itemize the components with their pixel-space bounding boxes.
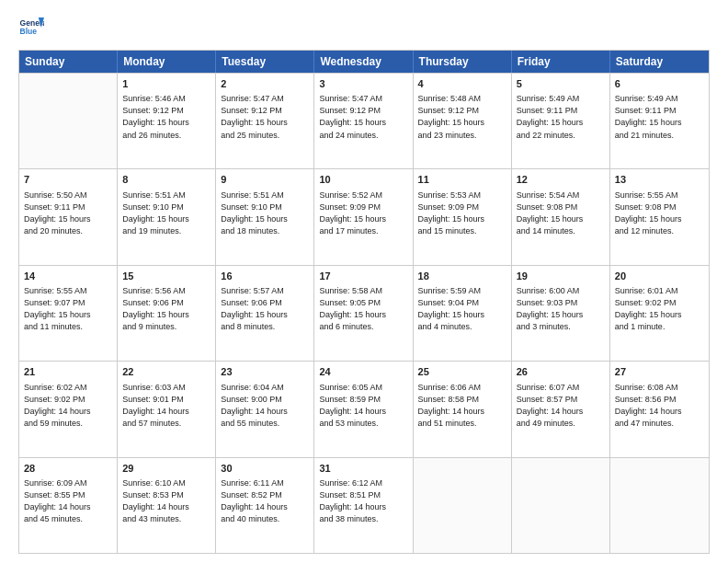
cal-week: 14Sunrise: 5:55 AM Sunset: 9:07 PM Dayli… — [19, 265, 709, 361]
cal-cell: 3Sunrise: 5:47 AM Sunset: 9:12 PM Daylig… — [314, 74, 413, 168]
cal-cell: 12Sunrise: 5:54 AM Sunset: 9:08 PM Dayli… — [512, 169, 610, 264]
cal-cell: 16Sunrise: 5:57 AM Sunset: 9:06 PM Dayli… — [216, 266, 314, 361]
cal-cell: 21Sunrise: 6:02 AM Sunset: 9:02 PM Dayli… — [19, 362, 118, 456]
day-info: Sunrise: 6:02 AM Sunset: 9:02 PM Dayligh… — [24, 382, 112, 430]
cal-week: 21Sunrise: 6:02 AM Sunset: 9:02 PM Dayli… — [19, 361, 709, 456]
cal-cell: 5Sunrise: 5:49 AM Sunset: 9:11 PM Daylig… — [512, 74, 610, 168]
cal-cell: 19Sunrise: 6:00 AM Sunset: 9:03 PM Dayli… — [512, 266, 610, 361]
day-number: 28 — [24, 462, 112, 476]
day-info: Sunrise: 5:48 AM Sunset: 9:12 PM Dayligh… — [418, 93, 506, 141]
day-number: 8 — [122, 173, 210, 187]
cal-cell: 13Sunrise: 5:55 AM Sunset: 9:08 PM Dayli… — [610, 169, 709, 264]
day-number: 1 — [122, 77, 210, 91]
day-info: Sunrise: 5:54 AM Sunset: 9:08 PM Dayligh… — [517, 190, 605, 237]
day-number: 27 — [615, 365, 704, 379]
calendar: SundayMondayTuesdayWednesdayThursdayFrid… — [18, 50, 710, 554]
day-number: 26 — [517, 365, 605, 379]
day-number: 7 — [24, 173, 112, 187]
calendar-header: SundayMondayTuesdayWednesdayThursdayFrid… — [19, 51, 709, 73]
cal-cell: 23Sunrise: 6:04 AM Sunset: 9:00 PM Dayli… — [216, 362, 314, 456]
day-number: 24 — [319, 365, 407, 379]
day-number: 6 — [615, 77, 704, 91]
day-number: 29 — [122, 462, 210, 476]
day-info: Sunrise: 5:56 AM Sunset: 9:06 PM Dayligh… — [122, 285, 210, 333]
day-info: Sunrise: 6:11 AM Sunset: 8:52 PM Dayligh… — [221, 477, 309, 525]
svg-text:Blue: Blue — [20, 27, 38, 36]
cal-cell — [610, 458, 709, 553]
cal-cell: 8Sunrise: 5:51 AM Sunset: 9:10 PM Daylig… — [118, 169, 216, 264]
cal-cell — [512, 458, 610, 553]
day-info: Sunrise: 5:51 AM Sunset: 9:10 PM Dayligh… — [122, 190, 210, 237]
cal-cell: 29Sunrise: 6:10 AM Sunset: 8:53 PM Dayli… — [118, 458, 216, 553]
day-info: Sunrise: 6:09 AM Sunset: 8:55 PM Dayligh… — [24, 477, 112, 525]
cal-cell: 18Sunrise: 5:59 AM Sunset: 9:04 PM Dayli… — [414, 266, 512, 361]
day-info: Sunrise: 5:53 AM Sunset: 9:09 PM Dayligh… — [418, 190, 506, 237]
cal-cell: 30Sunrise: 6:11 AM Sunset: 8:52 PM Dayli… — [216, 458, 314, 553]
day-info: Sunrise: 6:05 AM Sunset: 8:59 PM Dayligh… — [319, 382, 407, 430]
day-number: 3 — [319, 77, 407, 91]
cal-header-day: Saturday — [610, 51, 709, 73]
cal-cell: 9Sunrise: 5:51 AM Sunset: 9:10 PM Daylig… — [216, 169, 314, 264]
cal-cell: 10Sunrise: 5:52 AM Sunset: 9:09 PM Dayli… — [314, 169, 413, 264]
day-number: 11 — [418, 173, 506, 187]
day-info: Sunrise: 6:07 AM Sunset: 8:57 PM Dayligh… — [517, 382, 605, 430]
cal-cell: 11Sunrise: 5:53 AM Sunset: 9:09 PM Dayli… — [414, 169, 512, 264]
day-info: Sunrise: 5:46 AM Sunset: 9:12 PM Dayligh… — [122, 93, 210, 141]
day-info: Sunrise: 5:55 AM Sunset: 9:08 PM Dayligh… — [615, 190, 704, 237]
cal-cell: 6Sunrise: 5:49 AM Sunset: 9:11 PM Daylig… — [610, 74, 709, 168]
day-info: Sunrise: 6:08 AM Sunset: 8:56 PM Dayligh… — [615, 382, 704, 430]
day-info: Sunrise: 6:01 AM Sunset: 9:02 PM Dayligh… — [615, 285, 704, 333]
day-info: Sunrise: 5:50 AM Sunset: 9:11 PM Dayligh… — [24, 190, 112, 237]
day-number: 20 — [615, 270, 704, 283]
day-info: Sunrise: 6:04 AM Sunset: 9:00 PM Dayligh… — [221, 382, 309, 430]
logo: General Blue — [18, 15, 44, 40]
cal-cell: 4Sunrise: 5:48 AM Sunset: 9:12 PM Daylig… — [414, 74, 512, 168]
day-number: 18 — [418, 270, 506, 283]
day-number: 16 — [221, 270, 309, 283]
cal-cell: 1Sunrise: 5:46 AM Sunset: 9:12 PM Daylig… — [118, 74, 216, 168]
cal-cell: 25Sunrise: 6:06 AM Sunset: 8:58 PM Dayli… — [414, 362, 512, 456]
day-number: 2 — [221, 77, 309, 91]
cal-week: 7Sunrise: 5:50 AM Sunset: 9:11 PM Daylig… — [19, 168, 709, 264]
day-number: 10 — [319, 173, 407, 187]
cal-header-day: Wednesday — [314, 51, 413, 73]
day-info: Sunrise: 5:51 AM Sunset: 9:10 PM Dayligh… — [221, 190, 309, 237]
day-number: 23 — [221, 365, 309, 379]
day-number: 12 — [517, 173, 605, 187]
cal-week: 1Sunrise: 5:46 AM Sunset: 9:12 PM Daylig… — [19, 73, 709, 168]
cal-header-day: Thursday — [414, 51, 512, 73]
day-number: 14 — [24, 270, 112, 283]
header: General Blue — [18, 15, 710, 40]
day-info: Sunrise: 6:06 AM Sunset: 8:58 PM Dayligh… — [418, 382, 506, 430]
calendar-body: 1Sunrise: 5:46 AM Sunset: 9:12 PM Daylig… — [19, 73, 709, 553]
day-info: Sunrise: 6:10 AM Sunset: 8:53 PM Dayligh… — [122, 477, 210, 525]
day-number: 22 — [122, 365, 210, 379]
cal-header-day: Monday — [118, 51, 216, 73]
cal-header-day: Tuesday — [216, 51, 314, 73]
day-info: Sunrise: 5:57 AM Sunset: 9:06 PM Dayligh… — [221, 285, 309, 333]
day-info: Sunrise: 5:47 AM Sunset: 9:12 PM Dayligh… — [221, 93, 309, 141]
cal-cell: 27Sunrise: 6:08 AM Sunset: 8:56 PM Dayli… — [610, 362, 709, 456]
cal-cell: 31Sunrise: 6:12 AM Sunset: 8:51 PM Dayli… — [314, 458, 413, 553]
cal-cell: 24Sunrise: 6:05 AM Sunset: 8:59 PM Dayli… — [314, 362, 413, 456]
cal-cell: 7Sunrise: 5:50 AM Sunset: 9:11 PM Daylig… — [19, 169, 118, 264]
logo-icon: General Blue — [18, 15, 44, 40]
day-number: 17 — [319, 270, 407, 283]
cal-cell: 26Sunrise: 6:07 AM Sunset: 8:57 PM Dayli… — [512, 362, 610, 456]
cal-cell: 17Sunrise: 5:58 AM Sunset: 9:05 PM Dayli… — [314, 266, 413, 361]
day-info: Sunrise: 5:49 AM Sunset: 9:11 PM Dayligh… — [517, 93, 605, 141]
cal-cell: 15Sunrise: 5:56 AM Sunset: 9:06 PM Dayli… — [118, 266, 216, 361]
day-info: Sunrise: 5:59 AM Sunset: 9:04 PM Dayligh… — [418, 285, 506, 333]
day-number: 5 — [517, 77, 605, 91]
cal-cell — [414, 458, 512, 553]
day-number: 31 — [319, 462, 407, 476]
day-info: Sunrise: 5:55 AM Sunset: 9:07 PM Dayligh… — [24, 285, 112, 333]
cal-cell: 28Sunrise: 6:09 AM Sunset: 8:55 PM Dayli… — [19, 458, 118, 553]
day-info: Sunrise: 5:47 AM Sunset: 9:12 PM Dayligh… — [319, 93, 407, 141]
day-info: Sunrise: 6:12 AM Sunset: 8:51 PM Dayligh… — [319, 477, 407, 525]
day-info: Sunrise: 6:03 AM Sunset: 9:01 PM Dayligh… — [122, 382, 210, 430]
day-number: 30 — [221, 462, 309, 476]
day-number: 9 — [221, 173, 309, 187]
day-info: Sunrise: 5:58 AM Sunset: 9:05 PM Dayligh… — [319, 285, 407, 333]
page: General Blue SundayMondayTuesdayWednesda… — [0, 0, 728, 563]
